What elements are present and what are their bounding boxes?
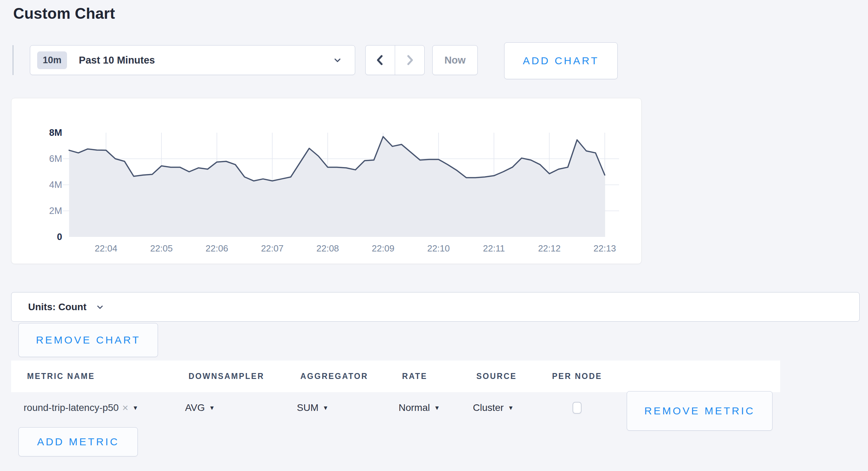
add-chart-label: ADD CHART xyxy=(523,55,599,67)
now-button[interactable]: Now xyxy=(432,45,478,75)
header-metric-name: METRIC NAME xyxy=(24,372,185,381)
svg-text:22:10: 22:10 xyxy=(427,243,450,254)
source-select[interactable]: Cluster ▼ xyxy=(473,402,549,413)
svg-text:22:07: 22:07 xyxy=(261,243,284,254)
source-value: Cluster xyxy=(473,402,504,413)
units-select[interactable]: Units: Count xyxy=(11,292,860,322)
header-downsampler: DOWNSAMPLER xyxy=(185,372,297,381)
per-node-checkbox[interactable] xyxy=(573,402,582,414)
metrics-table-header: METRIC NAME DOWNSAMPLER AGGREGATOR RATE … xyxy=(11,361,780,392)
caret-down-icon: ▼ xyxy=(209,405,215,411)
time-step-buttons xyxy=(365,45,425,75)
chart-card: 22:0422:0522:0622:0722:0822:0922:1022:11… xyxy=(11,98,642,264)
add-chart-button[interactable]: ADD CHART xyxy=(504,42,618,79)
rate-select[interactable]: Normal ▼ xyxy=(399,402,473,413)
remove-chart-label: REMOVE CHART xyxy=(36,334,140,346)
metric-name-value: round-trip-latency-p50 xyxy=(24,402,119,413)
header-per-node: PER NODE xyxy=(549,372,628,381)
svg-text:22:06: 22:06 xyxy=(206,243,228,254)
caret-down-icon: ▼ xyxy=(323,405,328,411)
header-aggregator: AGGREGATOR xyxy=(297,372,399,381)
remove-metric-token-icon[interactable]: × xyxy=(122,403,128,413)
aggregator-value: SUM xyxy=(297,402,318,413)
add-metric-button[interactable]: ADD METRIC xyxy=(18,427,138,456)
add-metric-label: ADD METRIC xyxy=(37,436,119,448)
caret-down-icon: ▼ xyxy=(508,405,514,411)
toolbar-left-rule xyxy=(12,45,14,75)
remove-metric-button[interactable]: REMOVE METRIC xyxy=(627,391,773,431)
time-range-value: Past 10 Minutes xyxy=(79,55,155,66)
aggregator-select[interactable]: SUM ▼ xyxy=(297,402,399,413)
svg-text:2M: 2M xyxy=(49,206,62,216)
time-range-badge: 10m xyxy=(37,51,67,69)
svg-text:22:12: 22:12 xyxy=(538,243,561,254)
caret-down-icon: ▼ xyxy=(132,405,138,411)
next-interval-button[interactable] xyxy=(395,46,424,75)
chevron-right-icon xyxy=(403,53,417,67)
svg-text:22:13: 22:13 xyxy=(593,243,616,254)
svg-text:0: 0 xyxy=(57,232,62,242)
rate-value: Normal xyxy=(399,402,430,413)
downsampler-value: AVG xyxy=(185,402,205,413)
svg-text:22:04: 22:04 xyxy=(95,243,117,254)
svg-text:6M: 6M xyxy=(49,154,62,164)
chevron-down-icon xyxy=(333,55,342,65)
header-rate: RATE xyxy=(399,372,473,381)
chevron-left-icon xyxy=(373,53,387,67)
svg-text:22:09: 22:09 xyxy=(372,243,394,254)
svg-text:22:05: 22:05 xyxy=(150,243,173,254)
custom-chart[interactable]: 22:0422:0522:0622:0722:0822:0922:1022:11… xyxy=(11,98,641,263)
metric-name-select[interactable]: round-trip-latency-p50 × ▼ xyxy=(24,402,185,413)
custom-chart-page: Custom Chart 10m Past 10 Minutes Now ADD… xyxy=(0,0,868,471)
svg-text:22:08: 22:08 xyxy=(316,243,339,254)
remove-chart-button[interactable]: REMOVE CHART xyxy=(18,323,158,357)
remove-metric-label: REMOVE METRIC xyxy=(644,405,755,417)
svg-text:4M: 4M xyxy=(49,180,62,190)
svg-text:22:11: 22:11 xyxy=(483,243,505,254)
svg-text:8M: 8M xyxy=(49,127,62,138)
caret-down-icon: ▼ xyxy=(434,405,440,411)
per-node-cell xyxy=(549,402,628,414)
chevron-down-icon xyxy=(95,303,105,312)
header-source: SOURCE xyxy=(473,372,549,381)
page-title: Custom Chart xyxy=(13,5,115,22)
downsampler-select[interactable]: AVG ▼ xyxy=(185,402,297,413)
prev-interval-button[interactable] xyxy=(366,46,395,75)
time-range-select[interactable]: 10m Past 10 Minutes xyxy=(30,45,355,75)
units-label: Units: Count xyxy=(28,301,86,313)
